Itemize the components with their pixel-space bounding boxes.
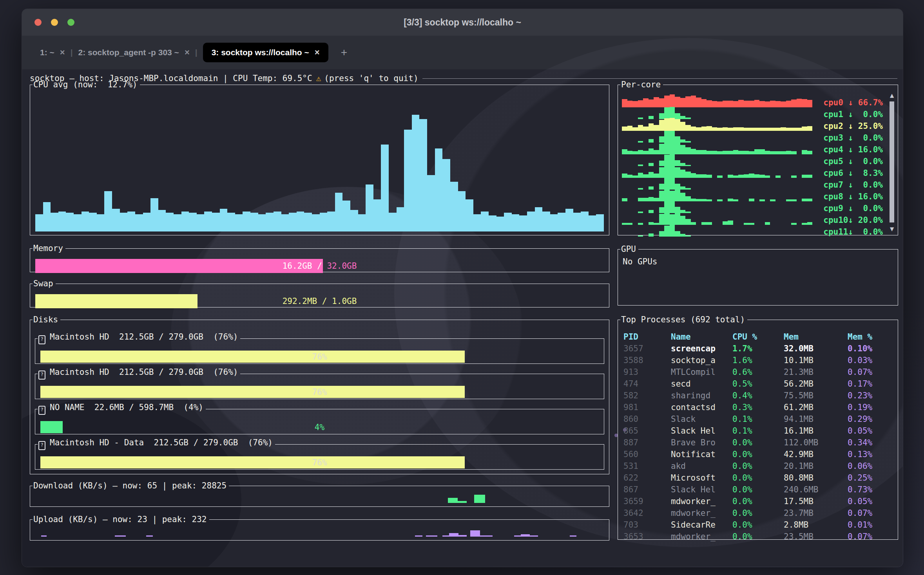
memory-title: Memory <box>33 244 65 253</box>
cpu-avg-bar <box>281 214 289 231</box>
cpu-avg-bar <box>312 214 320 231</box>
cpu-avg-bar <box>297 212 304 231</box>
tab-bar: 1: ~ × | 2: socktop_agent -p 303 ~ × | 3… <box>22 36 903 69</box>
process-row-474[interactable]: 474secd0.5%56.2MB0.17% <box>623 378 895 390</box>
new-tab-button[interactable]: + <box>341 46 347 59</box>
process-row-860[interactable]: 860Slack0.1%94.1MB0.29% <box>623 413 895 425</box>
disk-panel-3: ?Macintosh HD - Data 212.5GB / 279.0GB (… <box>35 439 604 470</box>
core-spark-bar <box>670 225 675 237</box>
swap-bar: 292.2MB / 1.0GB <box>35 294 604 308</box>
process-row-3642[interactable]: 3642mdworker_0.0%23.7MB0.07% <box>623 507 895 519</box>
process-cell-name: mdworker_ <box>671 531 732 542</box>
missing-glyph-icon: ? <box>38 406 45 415</box>
process-cell-mpct: 0.25% <box>848 472 895 484</box>
core-label: cpu5 ↓ 0.0% <box>814 156 883 167</box>
cpu-avg-bar <box>427 175 435 231</box>
process-row-913[interactable]: 913MTLCompil0.6%21.3MB0.07% <box>623 366 895 378</box>
process-row-865[interactable]: 865Slack Hel0.1%16.1MB0.05% <box>623 425 895 437</box>
process-cell-name: MTLCompil <box>671 366 732 378</box>
process-row-622[interactable]: 622Microsoft0.0%80.8MB0.25% <box>623 472 895 484</box>
tab-2-close-icon[interactable]: × <box>185 47 190 58</box>
process-cell-mem: 20.1MB <box>784 460 848 472</box>
process-cell-cpu: 0.0% <box>732 484 784 495</box>
process-row-981[interactable]: 981contactsd0.3%61.2MB0.19% <box>623 401 895 413</box>
cpu-avg-bar <box>381 145 389 231</box>
core-label: cpu8 ↓ 16.0% <box>814 191 883 203</box>
process-column-mem: Mem % <box>848 331 895 343</box>
core-label: cpu2 ↓ 25.0% <box>814 120 883 132</box>
core-row-11[interactable]: cpu11↓ 0.0% <box>622 226 883 238</box>
cpu-avg-bar <box>127 212 135 231</box>
zoom-window-button[interactable] <box>67 19 74 26</box>
disk-usage-bar: 76% <box>40 456 599 468</box>
process-column-name: Name <box>671 331 732 343</box>
process-row-867[interactable]: 867Slack Hel0.0%240.6MB0.73% <box>623 484 895 495</box>
process-cell-name: Microsoft <box>671 472 732 484</box>
cpu-avg-bar <box>435 148 443 231</box>
scroll-up-icon[interactable]: ▲ <box>888 91 896 99</box>
cpu-avg-bar <box>227 213 235 231</box>
core-label: cpu11↓ 0.0% <box>814 226 883 238</box>
process-cell-name: mdworker_ <box>671 495 732 507</box>
process-cell-cpu: 0.0% <box>732 519 784 531</box>
window-title: [3/3] socktop ws://localho ~ <box>404 17 521 28</box>
process-cell-mem: 10.1MB <box>784 354 848 366</box>
process-row-3657[interactable]: 3657screencap1.7%32.0MB0.10% <box>623 343 895 354</box>
tab-separator: | <box>71 48 73 57</box>
process-row-887[interactable]: 887Brave Bro0.0%112.0MB0.34% <box>623 437 895 448</box>
process-cell-name: Brave Bro <box>671 437 732 448</box>
core-spark-bar <box>638 235 643 237</box>
tab-3-active[interactable]: 3: socktop ws://localho ~ × <box>203 43 328 62</box>
scroll-down-icon[interactable]: ▼ <box>888 225 896 233</box>
process-row-3653[interactable]: 3653mdworker_0.0%23.5MB0.07% <box>623 531 895 542</box>
cpu-avg-bar <box>66 213 74 231</box>
process-row-582[interactable]: 582sharingd0.4%75.5MB0.23% <box>623 390 895 401</box>
tab-1[interactable]: 1: ~ × <box>36 47 69 58</box>
process-cell-mem: 21.3MB <box>784 366 848 378</box>
disk-usage-label: 4% <box>40 423 599 432</box>
scrollbar-thumb[interactable] <box>890 101 894 222</box>
disk-title-text: Macintosh HD - Data 212.5GB / 279.0GB (7… <box>50 438 273 447</box>
tab-3-close-icon[interactable]: × <box>315 47 320 58</box>
process-cell-cpu: 0.4% <box>732 390 784 401</box>
process-row-560[interactable]: 560Notificat0.0%42.9MB0.13% <box>623 448 895 460</box>
terminal-content[interactable]: socktop — host: Jasons-MBP.localdomain |… <box>22 69 903 567</box>
cpu-avg-bar <box>104 191 112 231</box>
cpu-avg-bar <box>158 210 166 231</box>
minimize-window-button[interactable] <box>51 19 58 26</box>
process-row-531[interactable]: 531akd0.0%20.1MB0.06% <box>623 460 895 472</box>
cpu-avg-bar <box>535 207 543 231</box>
cpu-avg-bar <box>327 212 335 231</box>
tab-2[interactable]: 2: socktop_agent -p 303 ~ × <box>74 47 194 58</box>
cpu-avg-bar <box>35 214 43 231</box>
process-cell-mem: 23.7MB <box>784 507 848 519</box>
process-cell-cpu: 1.7% <box>732 343 784 354</box>
cpu-avg-bar <box>419 119 427 231</box>
memory-panel: Memory 16.2GB / 32.0GB <box>30 244 609 272</box>
cpu-avg-bar <box>250 213 258 231</box>
process-cell-cpu: 0.3% <box>732 401 784 413</box>
per-core-scrollbar[interactable]: ▲ ▼ <box>888 91 896 233</box>
process-row-3659[interactable]: 3659mdworker_0.0%17.5MB0.05% <box>623 495 895 507</box>
process-cell-pid: 867 <box>623 484 671 495</box>
cpu-avg-bar <box>366 184 373 231</box>
tab-1-close-icon[interactable]: × <box>60 47 65 58</box>
process-row-3588[interactable]: 3588socktop_a1.6%10.1MB0.03% <box>623 354 895 366</box>
process-cell-pid: 3659 <box>623 495 671 507</box>
process-cell-pid: 3588 <box>623 354 671 366</box>
close-window-button[interactable] <box>34 19 42 26</box>
cpu-avg-bar <box>258 214 266 231</box>
cpu-avg-bar <box>174 214 181 231</box>
upload-chart <box>35 528 604 537</box>
process-cell-mpct: 0.05% <box>848 425 895 437</box>
cpu-avg-bar <box>358 214 366 231</box>
cpu-avg-bar <box>51 213 58 231</box>
disk-title: ?Macintosh HD 212.5GB / 279.0GB (76%) <box>38 333 240 344</box>
process-cell-name: sharingd <box>671 390 732 401</box>
cpu-avg-bar <box>166 213 174 231</box>
title-bar[interactable]: [3/3] socktop ws://localho ~ <box>22 9 903 36</box>
upload-bar <box>115 535 126 537</box>
tab-separator: | <box>195 48 197 57</box>
core-spark-bar <box>649 233 654 237</box>
process-row-703[interactable]: 703SidecarRe0.0%2.8MB0.01% <box>623 519 895 531</box>
